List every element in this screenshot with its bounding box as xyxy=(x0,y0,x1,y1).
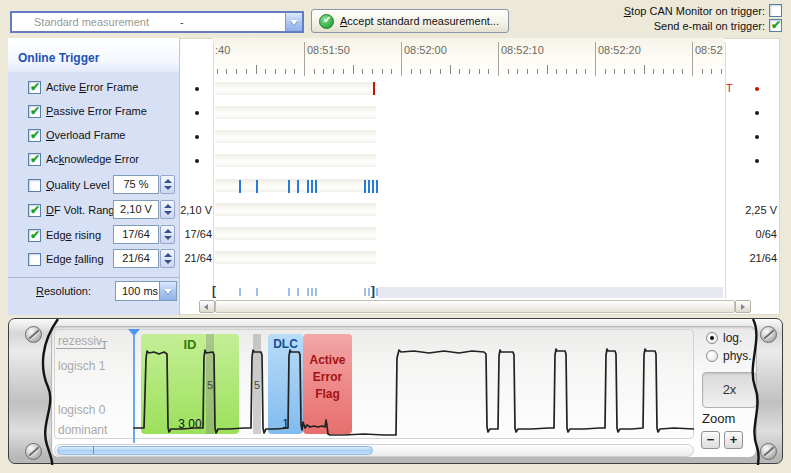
df-volt-range-label: DF Volt. Range xyxy=(46,204,121,216)
phys-radio[interactable] xyxy=(706,350,718,362)
quality-level-spinner[interactable] xyxy=(160,175,175,194)
scroll-right-button[interactable] xyxy=(735,300,751,313)
ruler-time-label: 08:52:20 xyxy=(598,44,641,56)
zoom-out-button[interactable]: − xyxy=(701,431,720,449)
ruler-minor-tick xyxy=(265,69,266,74)
zoom-factor-display: 2x xyxy=(702,372,757,408)
trigger-row-overload: Overload Frame xyxy=(16,128,180,152)
overview-event-tick xyxy=(307,288,309,296)
timeline-track xyxy=(215,154,376,167)
trigger-row-quality: Quality Level 75 % xyxy=(16,178,180,202)
ruler-minor-tick xyxy=(721,69,722,74)
trigger-letter: T xyxy=(726,82,733,94)
overview-event-tick xyxy=(297,288,299,296)
ruler-minor-tick xyxy=(605,69,606,74)
screw-icon xyxy=(760,326,777,343)
event-tick xyxy=(364,180,366,193)
ruler-minor-tick xyxy=(682,69,683,74)
event-dot xyxy=(755,87,759,91)
ruler-major-tick xyxy=(498,42,499,76)
send-email-label: Send e-mail on trigger: xyxy=(465,20,765,32)
ruler-minor-tick xyxy=(246,69,247,74)
ruler-minor-tick xyxy=(566,69,567,74)
send-email-checkbox[interactable] xyxy=(769,19,782,32)
ruler-time-label: 08:51:50 xyxy=(307,44,350,56)
ruler-time-label: :40 xyxy=(215,44,230,56)
edge-rising-label: Edge rising xyxy=(46,229,101,241)
timeline-track xyxy=(215,203,376,216)
ruler-minor-tick xyxy=(547,65,548,74)
edge-rising-checkbox[interactable] xyxy=(28,229,41,242)
ruler-minor-tick xyxy=(537,69,538,74)
scroll-position-mark xyxy=(93,446,94,454)
quality-level-checkbox[interactable] xyxy=(28,179,41,192)
zoom-label: Zoom xyxy=(702,411,735,426)
resolution-combobox[interactable]: 100 ms xyxy=(115,281,177,301)
phys-radio-label: phys. xyxy=(723,349,752,363)
ruler-minor-tick xyxy=(527,69,528,74)
event-dot xyxy=(755,159,759,163)
ruler-minor-tick xyxy=(236,69,237,74)
ruler-minor-tick xyxy=(275,69,276,74)
zoom-in-button[interactable]: + xyxy=(724,431,743,449)
combo-grayed-label: Standard measurement xyxy=(34,16,149,28)
ruler-minor-tick xyxy=(323,69,324,74)
overload-frame-checkbox[interactable] xyxy=(28,129,41,142)
trigger-row-passive-error: Passive Error Frame xyxy=(16,104,180,128)
ruler-minor-tick xyxy=(585,69,586,74)
can-waveform xyxy=(54,329,694,439)
edge-falling-checkbox[interactable] xyxy=(28,253,41,266)
ruler-minor-tick xyxy=(488,69,489,74)
ruler-minor-tick xyxy=(614,69,615,74)
ruler-minor-tick xyxy=(653,69,654,74)
ruler-minor-tick xyxy=(711,69,712,74)
horizontal-scrollbar[interactable] xyxy=(215,300,735,313)
ruler-minor-tick xyxy=(508,69,509,74)
df-volt-range-checkbox[interactable] xyxy=(28,204,41,217)
screw-icon xyxy=(25,443,42,460)
log-radio[interactable] xyxy=(706,332,718,344)
ruler-minor-tick xyxy=(353,65,354,74)
spin-down-icon[interactable] xyxy=(164,186,172,190)
acknowledge-error-checkbox[interactable] xyxy=(28,153,41,166)
ruler-minor-tick xyxy=(217,69,218,74)
event-tick xyxy=(311,180,313,193)
pane-header: Online Trigger xyxy=(8,38,179,72)
timeline-track xyxy=(215,106,376,119)
green-check-icon xyxy=(319,14,334,29)
event-tick xyxy=(307,180,309,193)
spin-up-icon[interactable] xyxy=(164,179,172,183)
passive-error-frame-checkbox[interactable] xyxy=(28,105,41,118)
waveform-scrollbar[interactable] xyxy=(54,444,694,457)
quality-level-input[interactable]: 75 % xyxy=(113,175,159,194)
chevron-down-icon[interactable] xyxy=(159,282,176,300)
overload-frame-label: Overload Frame xyxy=(46,129,125,141)
passive-error-frame-label: Passive Error Frame xyxy=(46,105,147,117)
edge-falling-right-value: 21/64 xyxy=(713,252,777,264)
scroll-left-button[interactable] xyxy=(199,300,215,313)
waveform-scroll-thumb[interactable] xyxy=(57,446,373,455)
arrow-left-icon xyxy=(204,304,208,310)
preset-combobox[interactable]: Standard measurement - xyxy=(10,11,304,33)
time-ruler: :4008:51:5008:52:0008:52:1008:52:2008:52 xyxy=(213,38,725,78)
separator xyxy=(8,277,179,278)
overview-event-tick xyxy=(239,288,241,296)
online-trigger-pane: Online Trigger Active Error Frame Passiv… xyxy=(8,38,180,315)
ruler-minor-tick xyxy=(343,69,344,74)
event-dot xyxy=(195,135,199,139)
ruler-major-tick xyxy=(692,42,693,76)
ruler-minor-tick xyxy=(314,69,315,74)
resolution-label: Resolution: xyxy=(36,285,91,297)
chevron-down-icon[interactable] xyxy=(285,13,302,31)
ruler-minor-tick xyxy=(362,69,363,74)
trigger-event-mark xyxy=(373,82,375,95)
ruler-minor-tick xyxy=(459,69,460,74)
timeline-track xyxy=(215,130,376,143)
stop-monitor-checkbox[interactable] xyxy=(769,4,782,17)
timeline-track xyxy=(215,251,376,264)
ruler-minor-tick xyxy=(391,69,392,74)
resolution-value: 100 ms xyxy=(122,285,158,297)
active-error-frame-checkbox[interactable] xyxy=(28,81,41,94)
active-error-frame-label: Active Error Frame xyxy=(46,81,138,93)
ruler-time-label: 08:52:00 xyxy=(404,44,447,56)
